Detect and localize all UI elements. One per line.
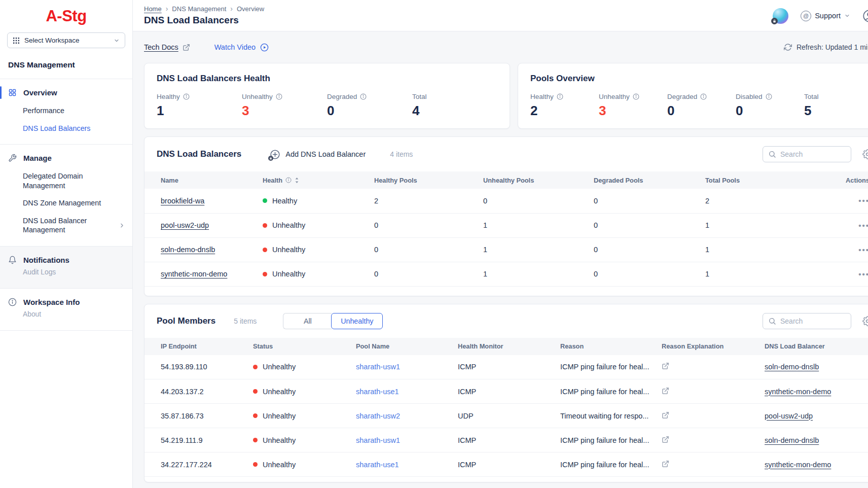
reason-explanation-external-link-icon[interactable] (662, 460, 669, 468)
lb-name-link[interactable]: soln-demo-dnslb (161, 246, 215, 254)
row-actions-menu[interactable]: ••• (858, 196, 868, 205)
unhealthy-pools-value: 1 (483, 213, 594, 237)
table-row: 54.193.89.110 Unhealthy sharath-usw1 ICM… (144, 355, 868, 379)
stat-value: 0 (736, 104, 804, 117)
chevron-down-icon (114, 38, 120, 44)
workspace-selector-label: Select Workspace (24, 37, 109, 44)
column-header-pool-name[interactable]: Pool Name (356, 338, 458, 355)
dns-lb-link[interactable]: soln-demo-dnslb (765, 436, 819, 444)
reason-explanation-external-link-icon[interactable] (662, 436, 669, 443)
info-icon[interactable] (285, 177, 292, 183)
degraded-pools-value: 0 (594, 262, 705, 286)
sidebar-item-dns-load-balancer-management[interactable]: DNS Load Balancer Management (23, 212, 125, 239)
lb-search-input[interactable] (780, 150, 846, 158)
stat-unhealthy: Unhealthy 3 (599, 93, 667, 117)
table-settings-gear-icon[interactable] (862, 316, 868, 326)
breadcrumb-overview[interactable]: Overview (237, 5, 264, 13)
sidebar-item-about[interactable]: About (0, 309, 132, 323)
table-settings-gear-icon[interactable] (862, 149, 868, 159)
status-label: Unhealthy (263, 436, 296, 444)
info-icon[interactable] (557, 93, 563, 100)
column-header-status[interactable]: Status (253, 338, 356, 355)
lb-name-link[interactable]: pool-usw2-udp (161, 221, 209, 229)
stat-label: Unhealthy (599, 93, 630, 100)
info-icon[interactable] (766, 93, 772, 100)
info-icon[interactable] (183, 93, 190, 100)
workspace-selector[interactable]: Select Workspace (7, 32, 125, 48)
refresh-label: Refresh: Updated 1 min ago (797, 43, 868, 51)
column-header-reason-explanation[interactable]: Reason Explanation (662, 338, 765, 355)
lb-name-link[interactable]: brookfield-wa (161, 197, 204, 205)
sidebar-item-label: Workspace Info (23, 298, 80, 306)
info-icon[interactable] (700, 93, 707, 100)
column-header-health[interactable]: Health (263, 171, 374, 189)
column-header-unhealthy-pools[interactable]: Unhealthy Pools (483, 171, 594, 189)
reason-explanation-external-link-icon[interactable] (662, 411, 669, 419)
info-icon[interactable] (633, 93, 639, 100)
table-title: Pool Members (157, 316, 215, 326)
reason-explanation-external-link-icon[interactable] (662, 362, 669, 370)
page-header: Home › DNS Management › Overview DNS Loa… (133, 0, 868, 31)
tab-all[interactable]: All (283, 313, 332, 329)
pool-name-link[interactable]: sharath-use1 (356, 388, 399, 396)
dns-lb-link[interactable]: synthetic-mon-demo (765, 388, 831, 396)
status-dot (263, 272, 267, 276)
status-dot (253, 389, 258, 394)
reason-explanation-external-link-icon[interactable] (662, 387, 669, 395)
account-menu[interactable] (862, 9, 868, 23)
dns-lb-link[interactable]: soln-demo-dnslb (765, 363, 819, 371)
row-actions-menu[interactable]: ••• (858, 246, 868, 254)
pool-name-link[interactable]: sharath-use1 (356, 461, 399, 469)
info-icon[interactable] (360, 93, 367, 100)
add-dns-load-balancer-button[interactable]: Add DNS Load Balancer (270, 149, 366, 160)
column-header-health-monitor[interactable]: Health Monitor (458, 338, 560, 355)
refresh-button[interactable]: Refresh: Updated 1 min ago (784, 43, 868, 51)
table-row: pool-usw2-udp Unhealthy 0 1 0 1 ••• (144, 213, 868, 237)
members-search-input[interactable] (780, 317, 846, 325)
row-actions-menu[interactable]: ••• (858, 221, 868, 230)
sidebar-item-audit-logs[interactable]: Audit Logs (0, 267, 132, 281)
lb-name-link[interactable]: synthetic-mon-demo (161, 270, 227, 278)
health-label: Healthy (272, 197, 297, 205)
sidebar-item-manage[interactable]: Manage (0, 151, 132, 165)
dns-lb-link[interactable]: synthetic-mon-demo (765, 461, 831, 469)
sidebar-item-performance[interactable]: Performance (23, 102, 125, 120)
sort-icon[interactable] (295, 177, 299, 184)
info-icon[interactable] (276, 93, 282, 100)
column-header-dns-load-balancer[interactable]: DNS Load Balancer (765, 338, 868, 355)
sidebar-item-notifications[interactable]: Notifications (0, 253, 132, 267)
column-header-reason[interactable]: Reason (560, 338, 662, 355)
tech-docs-label: Tech Docs (144, 43, 178, 51)
column-header-ip-endpoint[interactable]: IP Endpoint (144, 338, 253, 355)
column-header-name[interactable]: Name (144, 171, 263, 189)
pool-name-link[interactable]: sharath-usw1 (356, 363, 400, 371)
pool-name-link[interactable]: sharath-usw1 (356, 436, 400, 444)
watch-video-link[interactable]: Watch Video (214, 43, 269, 52)
lb-search-box (763, 146, 851, 162)
bell-icon (8, 256, 17, 264)
dns-lb-link[interactable]: pool-usw2-udp (765, 412, 813, 420)
support-menu[interactable]: @ Support (801, 11, 850, 21)
row-actions-menu[interactable]: ••• (858, 270, 868, 278)
breadcrumb-home[interactable]: Home (144, 5, 162, 13)
sidebar-item-overview[interactable]: Overview (0, 85, 132, 100)
add-button-label: Add DNS Load Balancer (285, 150, 366, 158)
user-avatar[interactable] (773, 8, 788, 24)
sidebar-item-dns-zone-management[interactable]: DNS Zone Management (23, 194, 125, 212)
sidebar-item-delegated-domain-management[interactable]: Delegated Domain Management (23, 167, 114, 194)
tech-docs-link[interactable]: Tech Docs (144, 43, 190, 51)
column-header-total-pools[interactable]: Total Pools (705, 171, 802, 189)
add-circle-icon (270, 149, 280, 160)
breadcrumb-dns-management[interactable]: DNS Management (172, 5, 226, 13)
sidebar-item-dns-load-balancers[interactable]: DNS Load Balancers (23, 120, 125, 137)
stat-value: 4 (412, 104, 497, 117)
tab-unhealthy[interactable]: Unhealthy (331, 313, 383, 329)
table-header-row: Name Health Healthy Pools Unhealthy Pool… (144, 171, 868, 189)
lock-badge-icon (771, 18, 778, 24)
pool-members-card: Pool Members 5 items All Unhealthy (144, 304, 868, 483)
reason-value: ICMP ping failure for heal... (560, 428, 662, 452)
sidebar-item-workspace-info[interactable]: Workspace Info (0, 295, 132, 309)
column-header-degraded-pools[interactable]: Degraded Pools (594, 171, 705, 189)
pool-name-link[interactable]: sharath-usw2 (356, 412, 400, 420)
column-header-healthy-pools[interactable]: Healthy Pools (374, 171, 483, 189)
